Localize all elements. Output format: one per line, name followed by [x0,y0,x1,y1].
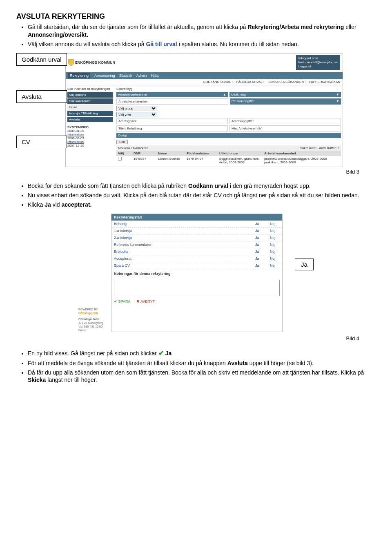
ja-option[interactable]: Ja [255,229,265,233]
text-bold: Skicka [28,377,46,383]
result-row: 1645637 Liselott Svensk 1979-04-24 Byggn… [116,156,341,165]
search-panel: Sökverktyg Arbetslivserfarenhet▲ Utbildn… [115,85,343,167]
nav-item[interactable]: Annonsering [94,74,115,78]
notes-label: Noteringar för denna rekrytering [111,269,282,278]
main-nav: Rekrytering Annonsering Statistik Admin … [66,72,343,79]
address: 172 22 Sundbyberg [78,321,111,325]
form-row: 1:a intervjuJaNej [111,227,282,234]
left-sidebar: Sök individer till rekryteringen Välj an… [66,85,115,167]
filter-head[interactable]: Utbildning▼ [229,92,341,97]
list-item: Bocka för den sökande som fått tjänsten … [28,182,376,190]
brand-name: Offentliga Jobb [78,317,111,321]
callout-cv: CV [16,136,67,148]
cell: Liselott Svensk [158,157,183,161]
cell: 1645637 [134,157,154,161]
search-tools-label: Sökverktyg [116,87,341,91]
screenshot-bild-3: ENKÖPINGS KOMMUN Inloggad som: karin.sun… [65,53,343,167]
text: eller [345,24,356,30]
submenu-item[interactable]: KONTAKTA SÖKANDEN [267,80,304,84]
filter-head[interactable]: Arbetslivserfarenhet▲ [116,92,228,97]
nej-option[interactable]: Nej [270,250,280,254]
mid-list: Bocka för den sökande som fått tjänsten … [28,182,376,209]
logout-link[interactable]: Logga ut [298,65,338,69]
brand-logo: Offentligajobb [78,311,111,315]
callout-ja: Ja [295,259,314,270]
sysinfo-date: 2008-03-03 [67,136,113,140]
list-item: Nu visas enbart den sökande du valt. Kli… [28,192,376,199]
form-row: Spara CVJaNej [111,262,282,269]
submenu-item[interactable]: PAPPERSANSÖKAN [309,80,340,84]
ja-option[interactable]: Ja [255,250,265,254]
intro-item-1: Gå till startsidan, där du ser de tjänst… [28,23,376,39]
phone: Vxl. 010-451 10 00 [78,325,111,328]
checkbox[interactable] [118,157,122,161]
page-title: AVSLUTA REKRYTERING [16,12,376,21]
callout-godkann-urval: Godkänn urval [16,53,67,66]
logo-shield-icon [68,59,74,66]
ja-option[interactable]: Ja [255,256,265,261]
nav-item[interactable]: Hjälp [151,74,160,78]
ja-option[interactable]: Ja [255,236,265,240]
select-yrke[interactable]: Välj yrke [116,112,157,117]
sidebar-item-avsluta[interactable]: Avsluta [67,117,113,122]
text: i den grå menyraden högst upp. [230,183,311,189]
ja-option[interactable]: Ja [255,243,265,247]
check-icon: ✔ [158,350,164,357]
sub-nav: GODKÄNN URVAL : PÅBÖRJA URVAL : KONTAKTA… [66,79,343,85]
nej-option[interactable]: Nej [270,263,280,268]
sysinfo-date: 2007-12-20 [67,144,113,147]
sidebar-item[interactable]: Urval [67,105,113,110]
notes-textarea[interactable] [114,280,280,296]
sidebar-item[interactable]: Sök kandidater [67,98,113,104]
cell: projektkoordinator/handläggare, 2008-200… [264,157,339,164]
select-grupp[interactable]: Välj grupp [116,106,157,111]
result-count: Sökresultat , Antal träffar: 3 [300,146,339,150]
nej-option[interactable]: Nej [270,229,280,233]
form-row-accepterat: AccepteratJaNej [111,255,282,262]
nav-item[interactable]: Statistik [119,74,132,78]
sidebar-item[interactable]: Intervju / Tillsättning [67,111,113,116]
screenshot-bild-4: Rekryteringsfält BehörigJaNej 1:a interv… [111,214,283,332]
spara-button[interactable]: ✔ SPARA [114,299,130,303]
nej-option[interactable]: Nej [270,256,280,261]
panel-header: Rekryteringsfält [111,214,282,221]
filter-head[interactable]: Personuppgifter▼ [230,98,341,105]
login-info: Inloggad som: karin.sundell@enkoping.se … [296,55,340,70]
ja-option[interactable]: Ja [255,263,265,268]
nav-item[interactable]: Rekrytering [68,73,90,78]
filter-head[interactable]: Övrigt [116,133,341,138]
field-label: Arbetsgivare [116,118,228,124]
sysinfo-link[interactable]: Information [67,133,113,136]
text: Då får du upp alla sökanden utom den som… [28,369,364,376]
submenu-item[interactable]: GODKÄNN URVAL [203,80,231,84]
nej-option[interactable]: Nej [270,243,280,247]
text-bold: Ja [45,201,51,208]
avbryt-button[interactable]: ✖ AVBRYT [136,299,155,303]
text: i spalten status. Nu kommer du till sida… [179,41,299,47]
sysinfo-label: SYSTEMINFO. [67,125,113,129]
text-bold: Annonsering/översikt. [28,31,88,38]
text: längst ner till höger. [47,377,97,383]
nej-option[interactable]: Nej [270,236,280,240]
sysinfo-link[interactable]: Information [67,140,113,144]
nej-option[interactable]: Nej [270,222,280,226]
nav-item[interactable]: Admin [136,74,147,78]
text: vid [53,201,62,208]
text: Klicka [28,201,45,208]
text: Gå till startsidan, där du ser de tjänst… [28,24,247,30]
end-list: En ny bild visas. Gå längst ner på sidan… [28,349,376,384]
form-row: Referens kommentarerJaNej [111,241,282,248]
field-label: Titel / Befattning [116,125,228,132]
link-text: Gå till urval [146,41,177,47]
text: En ny bild visas. Gå längst ner på sidan… [28,350,158,357]
list-item: För att meddela de övriga sökande att tj… [28,359,376,367]
sidebar-item[interactable]: Välj annons [67,92,113,98]
field-label: Min. Arbetslivserf (år) [229,125,341,132]
search-button[interactable]: Sök [116,140,128,144]
ja-option[interactable]: Ja [255,222,265,226]
submenu-item[interactable]: PÅBÖRJA URVAL [236,80,263,84]
powered-label: POWERED BY [78,308,111,311]
form-row: BehörigJaNej [111,221,282,227]
sidebar-title: Sök individer till rekryteringen [67,87,113,91]
text-bold: Ja [165,350,172,357]
